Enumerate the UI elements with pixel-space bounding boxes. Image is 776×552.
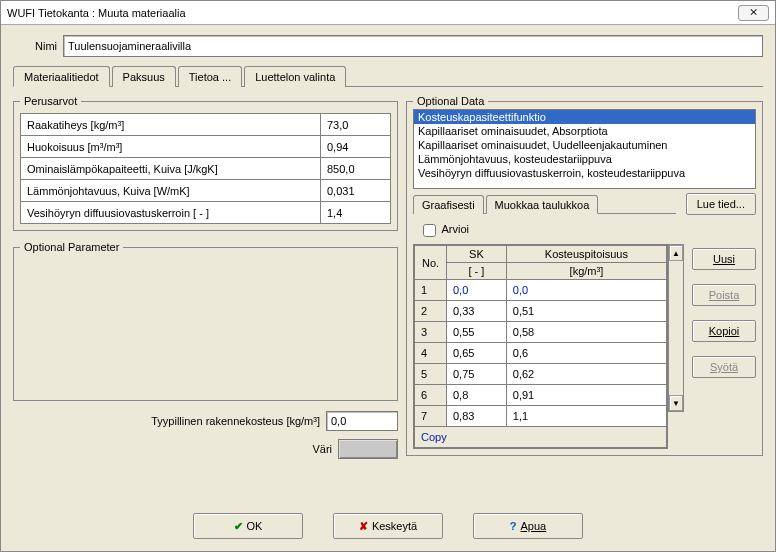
close-button[interactable]: ⨯ (738, 5, 769, 21)
optional-data-group: Optional Data Kosteuskapasiteettifunktio… (406, 95, 763, 456)
tab-luettelon-valinta[interactable]: Luettelon valinta (244, 66, 346, 87)
dialog-window: WUFI Tietokanta : Muuta materiaalia ⨯ Ni… (0, 0, 776, 552)
scroll-up-button[interactable]: ▲ (669, 245, 683, 261)
table-row: Vesihöyryn diffuusiovastuskerroin [ - ]1… (21, 202, 391, 224)
name-input[interactable] (63, 35, 763, 57)
optional-parameter-group: Optional Parameter (13, 241, 398, 401)
tab-paksuus[interactable]: Paksuus (112, 66, 176, 87)
col-header-no: No. (415, 246, 447, 280)
table-row: Lämmönjohtavuus, Kuiva [W/mK]0,031 (21, 180, 391, 202)
col-unit-sk: [ - ] (447, 263, 507, 280)
optional-data-legend: Optional Data (413, 95, 488, 107)
titlebar: WUFI Tietokanta : Muuta materiaalia ⨯ (1, 1, 775, 25)
list-item[interactable]: Kapillaariset ominaisuudet, Absorptiota (414, 124, 755, 138)
table-row: Ominaislämpökapaiteetti, Kuiva [J/kgK]85… (21, 158, 391, 180)
arvioi-label: Arvioi (441, 223, 469, 235)
table-row: 40,650,6 (415, 343, 667, 364)
list-item[interactable]: Kapillaariset ominaisuudet, Uudelleenjak… (414, 138, 755, 152)
typical-moisture-input[interactable] (326, 411, 398, 431)
syota-button[interactable]: Syötä (692, 356, 756, 378)
tab-materiaalitiedot[interactable]: Materiaalitiedot (13, 66, 110, 87)
optional-parameter-legend: Optional Parameter (20, 241, 123, 253)
col-header-kp: Kosteuspitoisuus (506, 246, 666, 263)
typical-moisture-label: Tyypillinen rakennekosteus [kg/m³] (151, 415, 320, 427)
name-label: Nimi (13, 40, 63, 52)
basic-values-group: Perusarvot Raakatiheys [kg/m³]73,0 Huoko… (13, 95, 398, 231)
table-row: 20,330,51 (415, 301, 667, 322)
copy-row: Copy (415, 427, 667, 448)
table-row: 50,750,62 (415, 364, 667, 385)
subtab-muokkaa-taulukkoa[interactable]: Muokkaa taulukkoa (486, 195, 599, 214)
col-unit-kp: [kg/m³] (506, 263, 666, 280)
list-item[interactable]: Vesihöyryn diffuusiovastuskerroin, koste… (414, 166, 755, 180)
scroll-down-button[interactable]: ▼ (669, 395, 683, 411)
basic-values-legend: Perusarvot (20, 95, 81, 107)
basic-values-table: Raakatiheys [kg/m³]73,0 Huokoisuus [m³/m… (20, 113, 391, 224)
table-row: 30,550,58 (415, 322, 667, 343)
grid-scrollbar[interactable]: ▲ ▼ (668, 244, 684, 412)
color-button[interactable] (338, 439, 398, 459)
poista-button[interactable]: Poista (692, 284, 756, 306)
cancel-button[interactable]: ✘Keskeytä (333, 513, 443, 539)
x-icon: ✘ (359, 520, 368, 533)
color-label: Väri (312, 443, 332, 455)
question-icon: ? (510, 520, 517, 532)
col-header-sk: SK (447, 246, 507, 263)
data-grid[interactable]: No. SK Kosteuspitoisuus [ - ] [kg/m³] 10… (413, 244, 668, 449)
list-item[interactable]: Lämmönjohtavuus, kosteudestariippuva (414, 152, 755, 166)
table-row: 10,00,0 (415, 280, 667, 301)
table-row: Huokoisuus [m³/m³]0,94 (21, 136, 391, 158)
uusi-button[interactable]: Uusi (692, 248, 756, 270)
arvioi-checkbox[interactable] (423, 224, 436, 237)
main-tabs: Materiaalitiedot Paksuus Tietoa ... Luet… (13, 65, 763, 87)
subtab-graafisesti[interactable]: Graafisesti (413, 195, 484, 214)
kopioi-button[interactable]: Kopioi (692, 320, 756, 342)
help-button[interactable]: ?Apua (473, 513, 583, 539)
ok-button[interactable]: ✔OK (193, 513, 303, 539)
table-row: Raakatiheys [kg/m³]73,0 (21, 114, 391, 136)
optional-data-listbox[interactable]: Kosteuskapasiteettifunktio Kapillaariset… (413, 109, 756, 189)
check-icon: ✔ (234, 520, 243, 533)
table-row: 60,80,91 (415, 385, 667, 406)
window-title: WUFI Tietokanta : Muuta materiaalia (7, 7, 186, 19)
list-item[interactable]: Kosteuskapasiteettifunktio (414, 110, 755, 124)
table-row: 70,831,1 (415, 406, 667, 427)
tab-tietoa[interactable]: Tietoa ... (178, 66, 242, 87)
close-icon: ⨯ (749, 6, 758, 19)
read-file-button[interactable]: Lue tied... (686, 193, 756, 215)
